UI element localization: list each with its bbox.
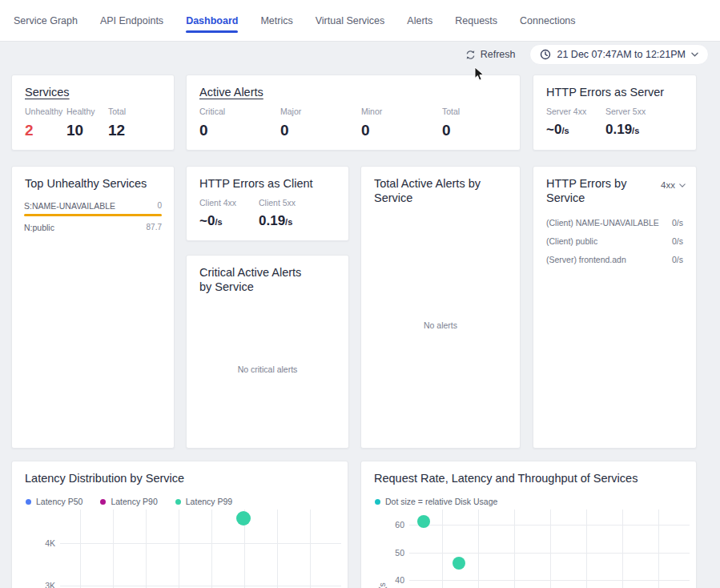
error-service-row[interactable]: (Server) frontend.adn 0/s bbox=[533, 255, 696, 264]
empty-state-text: No critical alerts bbox=[238, 364, 298, 374]
stat-label: Healthy bbox=[66, 107, 108, 116]
dashboard-toolbar: Refresh 21 Dec 07:47AM to 12:21PM bbox=[0, 42, 720, 67]
service-name: N:public bbox=[24, 223, 54, 232]
legend-label: Latency P90 bbox=[111, 497, 157, 506]
row-label: (Client) NAME-UNAVAILABLE bbox=[546, 218, 659, 228]
stat-healthy: Healthy 10 bbox=[66, 107, 108, 139]
y-axis-tick-label: 3K bbox=[25, 581, 55, 588]
stat-label: Client 4xx bbox=[199, 198, 259, 207]
tab-requests[interactable]: Requests bbox=[455, 0, 497, 41]
legend-dot-icon bbox=[100, 499, 106, 505]
legend-item-p99[interactable]: Latency P99 bbox=[175, 497, 232, 506]
tab-api-endpoints[interactable]: API Endpoints bbox=[100, 0, 163, 41]
chart-legend: Dot size = relative Disk Usage bbox=[375, 497, 497, 506]
row-value: 0/s bbox=[672, 218, 683, 228]
tab-service-graph[interactable]: Service Graph bbox=[14, 0, 78, 41]
latency-scatter-plot: 4K3K bbox=[25, 509, 341, 588]
stat-client-5xx: Client 5xx 0.19/s bbox=[259, 198, 318, 229]
chevron-down-icon bbox=[691, 52, 698, 57]
refresh-label: Refresh bbox=[481, 49, 516, 60]
stat-value: 0 bbox=[199, 122, 280, 139]
tab-metrics[interactable]: Metrics bbox=[260, 0, 292, 41]
chevron-down-icon bbox=[679, 183, 686, 187]
health-bar bbox=[24, 214, 162, 216]
stat-value: 2 bbox=[25, 122, 66, 139]
stat-value: 0 bbox=[280, 122, 361, 139]
empty-state-text: No alerts bbox=[424, 320, 457, 330]
stat-major: Major 0 bbox=[280, 107, 361, 139]
plot-area bbox=[409, 509, 690, 588]
time-range-picker[interactable]: 21 Dec 07:47AM to 12:21PM bbox=[529, 44, 709, 65]
stat-value: 0 bbox=[442, 122, 523, 139]
request-chart-title: Request Rate, Latency and Throughput of … bbox=[361, 461, 696, 485]
services-summary-card: Services Unhealthy 2 Healthy 10 Total 12 bbox=[11, 75, 175, 151]
legend-item-p90[interactable]: Latency P90 bbox=[100, 497, 157, 506]
stat-value: ~0/s bbox=[546, 122, 605, 138]
y-axis-tick-label: 60 bbox=[374, 520, 404, 530]
top-unhealthy-title: Top Unhealthy Services bbox=[12, 167, 174, 191]
legend-dot-icon bbox=[175, 499, 181, 505]
legend-item-p50[interactable]: Latency P50 bbox=[26, 497, 82, 506]
gridline bbox=[409, 525, 690, 526]
stat-value: 10 bbox=[66, 122, 108, 139]
legend-label: Latency P99 bbox=[186, 497, 232, 506]
stat-label: Unhealthy bbox=[25, 107, 66, 116]
active-alerts-card-title[interactable]: Active Alerts bbox=[187, 75, 520, 99]
stat-label: Server 5xx bbox=[605, 107, 665, 116]
top-unhealthy-services-card: Top Unhealthy Services S:NAME-UNAVAILABL… bbox=[11, 166, 175, 449]
scatter-point[interactable] bbox=[236, 511, 251, 526]
time-range-label: 21 Dec 07:47AM to 12:21PM bbox=[557, 49, 686, 60]
total-alerts-by-service-card: Total Active Alerts by Service No alerts bbox=[360, 166, 521, 449]
services-card-title[interactable]: Services bbox=[12, 75, 174, 99]
service-score: 0 bbox=[157, 201, 162, 211]
request-rate-card: Request Rate, Latency and Throughput of … bbox=[360, 461, 697, 588]
stat-value: 12 bbox=[108, 122, 150, 139]
critical-alerts-by-service-card: Critical Active Alerts by Service No cri… bbox=[186, 255, 349, 449]
unhealthy-service-item[interactable]: N:public 87.7 bbox=[12, 223, 174, 232]
service-name: S:NAME-UNAVAILABLE bbox=[24, 201, 115, 211]
http-errors-client-card: HTTP Errors as Client Client 4xx ~0/s Cl… bbox=[186, 166, 349, 241]
active-alerts-card: Active Alerts Critical 0 Major 0 Minor 0… bbox=[186, 75, 521, 151]
legend-item-disk-usage: Dot size = relative Disk Usage bbox=[375, 497, 497, 506]
row-value: 0/s bbox=[672, 236, 683, 246]
y-axis-tick-label: 4K bbox=[25, 538, 55, 548]
unhealthy-service-item[interactable]: S:NAME-UNAVAILABLE 0 bbox=[12, 201, 174, 216]
gridline bbox=[409, 580, 690, 581]
errors-filter-select[interactable]: 4xx bbox=[661, 180, 686, 190]
http-errors-server-card: HTTP Errors as Server Server 4xx ~0/s Se… bbox=[533, 75, 697, 151]
error-service-row[interactable]: (Client) NAME-UNAVAILABLE 0/s bbox=[533, 218, 696, 228]
scatter-point[interactable] bbox=[453, 557, 465, 570]
stat-total-alerts: Total 0 bbox=[442, 107, 523, 139]
refresh-icon bbox=[465, 50, 476, 60]
row-value: 0/s bbox=[672, 255, 683, 264]
legend-dot-icon bbox=[375, 499, 380, 505]
tab-virtual-services[interactable]: Virtual Services bbox=[316, 0, 385, 41]
row-label: (Client) public bbox=[546, 236, 597, 246]
service-score: 87.7 bbox=[147, 223, 162, 232]
legend-label: Dot size = relative Disk Usage bbox=[385, 497, 497, 506]
gridline bbox=[60, 586, 341, 586]
latency-distribution-card: Latency Distribution by Service Latency … bbox=[11, 461, 348, 588]
stat-total-services: Total 12 bbox=[108, 107, 150, 139]
y-axis-title: (s bbox=[377, 582, 387, 588]
legend-dot-icon bbox=[26, 499, 31, 505]
scatter-point[interactable] bbox=[417, 515, 430, 528]
error-service-row[interactable]: (Client) public 0/s bbox=[533, 236, 696, 246]
http-errors-server-title: HTTP Errors as Server bbox=[533, 75, 696, 99]
clock-icon bbox=[540, 49, 551, 60]
legend-label: Latency P50 bbox=[36, 497, 82, 506]
tab-connections[interactable]: Connections bbox=[520, 0, 576, 41]
stat-value: 0.19/s bbox=[605, 122, 665, 138]
stat-server-4xx: Server 4xx ~0/s bbox=[546, 107, 605, 138]
tab-alerts[interactable]: Alerts bbox=[407, 0, 432, 41]
http-errors-client-title: HTTP Errors as Client bbox=[187, 167, 348, 191]
refresh-button[interactable]: Refresh bbox=[465, 49, 516, 60]
tab-dashboard[interactable]: Dashboard bbox=[186, 0, 238, 41]
stat-label: Server 4xx bbox=[546, 107, 605, 116]
stat-label: Major bbox=[280, 107, 361, 116]
stat-label: Total bbox=[442, 107, 523, 116]
chart-legend: Latency P50 Latency P90 Latency P99 bbox=[26, 497, 232, 506]
row-label: (Server) frontend.adn bbox=[546, 255, 626, 264]
http-errors-by-service-title: HTTP Errors by Service bbox=[533, 167, 646, 205]
stat-critical: Critical 0 bbox=[199, 107, 280, 139]
